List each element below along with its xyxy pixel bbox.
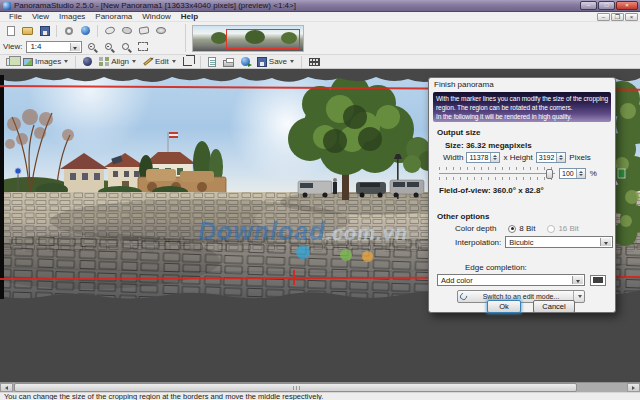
width-spinner[interactable] bbox=[490, 153, 499, 162]
zoom-out-icon bbox=[105, 43, 112, 50]
target-icon bbox=[65, 27, 73, 35]
zoom-region-button[interactable] bbox=[118, 40, 133, 54]
slider-thumb[interactable] bbox=[546, 169, 553, 179]
menu-bar: File View Images Panorama Window Help – … bbox=[0, 12, 640, 22]
scroll-right-arrow[interactable] bbox=[627, 383, 640, 392]
horizontal-scrollbar[interactable] bbox=[0, 382, 640, 392]
crop-marker-handle[interactable] bbox=[293, 270, 295, 285]
chevron-down-icon bbox=[132, 60, 136, 63]
chevron-down-icon bbox=[572, 276, 583, 284]
finish-panorama-dialog[interactable]: Finish panorama With the marker lines yo… bbox=[428, 77, 616, 313]
help-button[interactable] bbox=[78, 24, 93, 38]
window-titlebar[interactable]: PanoramaStudio 2.5.0 - [New Panorama1 [1… bbox=[0, 0, 640, 12]
view-label: View: bbox=[3, 42, 22, 51]
projection-sphere-icon bbox=[121, 26, 132, 35]
chevron-down-icon bbox=[172, 60, 176, 63]
mdi-close-button[interactable]: × bbox=[625, 13, 638, 21]
radio-selected-icon bbox=[508, 225, 516, 233]
stitch-button[interactable] bbox=[81, 56, 94, 68]
toolbar-separator bbox=[56, 25, 57, 37]
scrollbar-thumb[interactable] bbox=[14, 383, 577, 392]
globe-icon bbox=[81, 26, 90, 35]
globe-export-icon bbox=[241, 57, 250, 66]
pixels-label: Pixels bbox=[569, 153, 590, 162]
print-button[interactable] bbox=[221, 56, 236, 68]
panorama-overview-thumbnail[interactable] bbox=[192, 25, 304, 52]
zoom-out-button[interactable] bbox=[101, 40, 116, 54]
align-button-label: Align bbox=[111, 57, 129, 66]
slideshow-button[interactable] bbox=[307, 56, 322, 68]
color-depth-8bit-radio[interactable]: 8 Bit bbox=[508, 224, 535, 233]
web-export-button[interactable] bbox=[239, 56, 252, 68]
projection-mirrorball-button[interactable] bbox=[153, 24, 168, 38]
zoom-in-button[interactable] bbox=[84, 40, 99, 54]
camera-settings-button[interactable] bbox=[61, 24, 76, 38]
ok-button[interactable]: Ok bbox=[487, 300, 521, 313]
save-button-label: Save bbox=[269, 57, 287, 66]
edit-button[interactable]: Edit bbox=[141, 56, 178, 68]
maximize-button[interactable]: □ bbox=[598, 1, 615, 10]
mdi-minimize-button[interactable]: – bbox=[597, 13, 610, 21]
height-field[interactable]: 3192 bbox=[536, 152, 567, 163]
status-bar: You can change the size of the cropping … bbox=[0, 392, 640, 400]
menu-images[interactable]: Images bbox=[54, 12, 90, 22]
scale-percent-field[interactable]: 100 bbox=[559, 168, 586, 179]
menu-window[interactable]: Window bbox=[137, 12, 175, 22]
edge-completion-label: Edge completion: bbox=[465, 263, 527, 272]
height-spinner[interactable] bbox=[556, 153, 565, 162]
scale-slider[interactable] bbox=[439, 167, 555, 180]
fit-to-window-button[interactable] bbox=[135, 40, 150, 54]
chevron-down-icon bbox=[290, 60, 294, 63]
photos-icon bbox=[23, 58, 33, 66]
save-panorama-button[interactable]: Save bbox=[255, 56, 296, 68]
minimize-button[interactable]: – bbox=[580, 1, 597, 10]
color-depth-label: Color depth bbox=[455, 224, 496, 233]
width-label: Width bbox=[443, 153, 463, 162]
main-toolbar: View: 1:4 bbox=[0, 22, 640, 55]
thumbnail-tree-blob bbox=[211, 32, 227, 44]
edge-color-swatch[interactable] bbox=[590, 275, 606, 286]
view-zoom-value: 1:4 bbox=[30, 42, 41, 51]
import-images-button[interactable] bbox=[4, 56, 18, 68]
percent-label: % bbox=[590, 169, 597, 178]
color-depth-16bit-radio[interactable]: 16 Bit bbox=[547, 224, 578, 233]
menu-panorama[interactable]: Panorama bbox=[90, 12, 137, 22]
scroll-left-arrow[interactable] bbox=[0, 383, 13, 392]
cancel-button[interactable]: Cancel bbox=[533, 300, 575, 313]
zoom-region-icon bbox=[122, 43, 129, 50]
projection-cylindrical-button[interactable] bbox=[102, 24, 117, 38]
interactive-panorama-button[interactable] bbox=[206, 56, 218, 68]
align-button[interactable]: Align bbox=[97, 56, 138, 68]
menu-view[interactable]: View bbox=[27, 12, 54, 22]
edit-toolbar: Images Align Edit Save bbox=[0, 55, 640, 69]
other-options-heading: Other options bbox=[437, 212, 489, 221]
save-floppy-icon bbox=[40, 26, 50, 36]
interpolation-select[interactable]: Bicubic bbox=[505, 236, 613, 248]
projection-spherical-button[interactable] bbox=[119, 24, 134, 38]
projection-cylinder-icon bbox=[104, 26, 116, 36]
new-project-button[interactable] bbox=[3, 24, 18, 38]
thumbnail-crop-rectangle bbox=[226, 29, 300, 49]
projection-plane-icon bbox=[138, 26, 149, 34]
dialog-info-text: With the marker lines you can modify the… bbox=[433, 92, 611, 122]
printer-icon bbox=[223, 60, 234, 67]
images-button[interactable]: Images bbox=[21, 56, 70, 68]
toolbar-separator bbox=[75, 56, 76, 68]
edge-completion-select[interactable]: Add color bbox=[437, 274, 585, 286]
projection-mirror-icon bbox=[156, 27, 166, 34]
toolbar-separator bbox=[200, 56, 201, 68]
projection-planar-button[interactable] bbox=[136, 24, 151, 38]
open-button[interactable] bbox=[20, 24, 35, 38]
mdi-restore-button[interactable]: ❐ bbox=[611, 13, 624, 21]
menu-file[interactable]: File bbox=[4, 12, 27, 22]
zoom-in-icon bbox=[88, 43, 95, 50]
image-stack-icon bbox=[6, 58, 16, 66]
menu-help[interactable]: Help bbox=[176, 12, 203, 22]
pencil-icon bbox=[143, 57, 153, 66]
width-field[interactable]: 11378 bbox=[466, 152, 500, 163]
scale-spinner[interactable] bbox=[576, 169, 585, 178]
crop-button[interactable] bbox=[181, 56, 195, 68]
save-project-button[interactable] bbox=[37, 24, 52, 38]
view-zoom-select[interactable]: 1:4 bbox=[26, 41, 82, 53]
close-button[interactable]: × bbox=[616, 1, 638, 10]
